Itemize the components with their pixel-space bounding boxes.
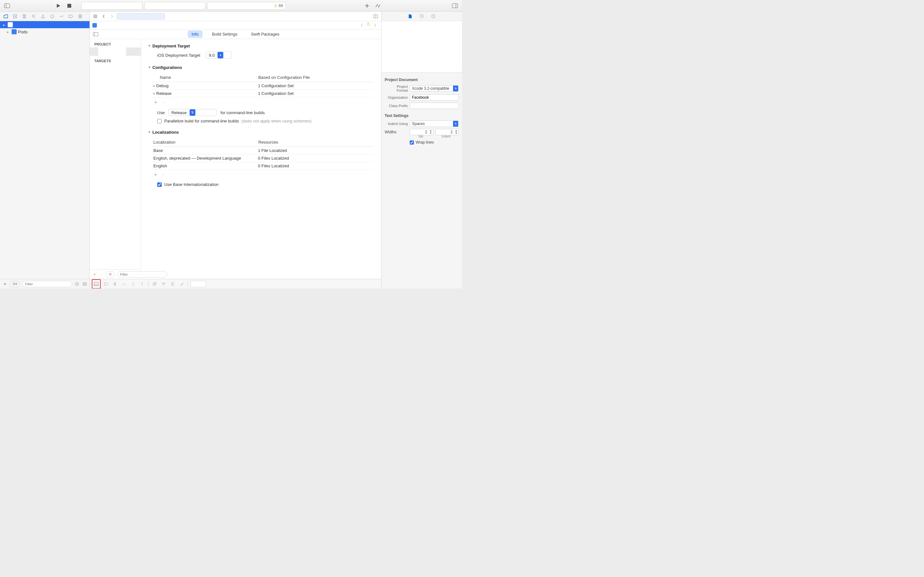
find-navigator-tab[interactable] xyxy=(29,13,38,20)
environment-overrides-icon[interactable] xyxy=(169,280,176,288)
scheme-selector[interactable] xyxy=(81,2,142,10)
add-file-button[interactable]: ＋ xyxy=(2,280,8,288)
config-row[interactable]: ▸Debug 1 Configuration Set xyxy=(152,82,373,90)
toggle-inspector-icon[interactable] xyxy=(451,2,459,10)
project-format-label: Project Format xyxy=(384,85,408,92)
symbol-navigator-tab[interactable] xyxy=(20,13,29,20)
targets-filter-scope[interactable]: ⊜ xyxy=(106,271,115,277)
localization-row[interactable]: Base 1 File Localized xyxy=(152,147,373,155)
svg-line-15 xyxy=(34,17,35,18)
pods-row[interactable]: ▸ Pods xyxy=(0,28,89,35)
project-root-row[interactable]: ▸ xyxy=(0,21,89,28)
warning-count[interactable]: 69 xyxy=(279,3,283,8)
code-review-icon[interactable] xyxy=(373,2,383,10)
navigator-tabs xyxy=(0,11,89,21)
ios-deployment-label: iOS Deployment Target xyxy=(157,53,202,58)
tab-width-stepper[interactable]: 2▲▼ xyxy=(410,129,433,135)
jump-bar[interactable]: ⚠︎ xyxy=(90,21,381,29)
file-inspector-tab[interactable] xyxy=(407,13,414,20)
tab-bar xyxy=(90,11,381,21)
svg-rect-27 xyxy=(95,15,97,16)
add-editor-icon[interactable] xyxy=(372,13,379,20)
active-tab[interactable] xyxy=(117,13,165,19)
debug-filter-input[interactable] xyxy=(191,281,206,287)
toggle-debug-area-button[interactable] xyxy=(92,279,101,289)
debug-navigator-tab[interactable] xyxy=(57,13,66,20)
svg-rect-26 xyxy=(94,15,95,16)
project-section-label: PROJECT xyxy=(90,39,141,47)
wrap-lines-label: Wrap lines xyxy=(416,140,434,145)
project-navigator-tab[interactable] xyxy=(2,13,10,20)
step-out-icon[interactable] xyxy=(139,280,145,288)
project-format-select[interactable]: Xcode 3.2-compatible⇅ xyxy=(410,85,459,92)
svg-text:?: ? xyxy=(433,15,434,18)
svg-rect-28 xyxy=(94,17,95,18)
jump-next-icon[interactable] xyxy=(372,21,379,29)
history-inspector-tab[interactable] xyxy=(418,13,425,20)
add-localization-button[interactable]: ＋ xyxy=(153,172,158,177)
cli-build-config-select[interactable]: Release ⇅ xyxy=(168,109,216,116)
class-prefix-input[interactable] xyxy=(410,103,459,109)
use-base-intl-checkbox[interactable] xyxy=(157,182,162,187)
memory-graph-icon[interactable] xyxy=(160,280,167,288)
report-navigator-tab[interactable] xyxy=(76,13,84,20)
remove-target-button[interactable]: － xyxy=(99,271,103,277)
jump-prev-icon[interactable] xyxy=(358,21,365,29)
toggle-targets-list-icon[interactable] xyxy=(90,32,102,36)
remove-localization-button[interactable]: － xyxy=(161,172,166,177)
remove-config-button[interactable]: － xyxy=(161,99,166,105)
tab-info[interactable]: Info xyxy=(188,31,202,38)
add-button[interactable] xyxy=(363,2,372,10)
project-tree[interactable]: ▸ ▸ Pods xyxy=(0,21,89,279)
debug-bar xyxy=(90,279,381,288)
inspector-panel: ? Project Document Project Format Xcode … xyxy=(381,11,462,288)
nav-back-button[interactable] xyxy=(100,13,107,20)
indent-using-select[interactable]: Spaces⇅ xyxy=(410,121,459,127)
view-debugger-icon[interactable] xyxy=(151,280,158,288)
run-button[interactable] xyxy=(54,2,63,10)
breakpoint-navigator-tab[interactable] xyxy=(67,13,75,20)
warning-icon[interactable]: ⚠︎ xyxy=(274,3,278,8)
config-row[interactable]: ▸Release 1 Configuration Set xyxy=(152,90,373,97)
continue-icon[interactable] xyxy=(111,280,119,288)
pods-label: Pods xyxy=(18,29,27,34)
navigator-filter-input[interactable] xyxy=(22,281,72,287)
stop-button[interactable] xyxy=(65,2,74,10)
localization-row[interactable]: English, deprecated — Development Langua… xyxy=(152,155,373,162)
source-control-navigator-tab[interactable] xyxy=(11,13,19,20)
nav-forward-button[interactable] xyxy=(108,13,115,20)
tab-swift-packages[interactable]: Swift Packages xyxy=(247,31,283,38)
related-items-icon[interactable] xyxy=(92,13,99,20)
indent-width-stepper[interactable]: 2▲▼ xyxy=(435,129,459,135)
test-navigator-tab[interactable] xyxy=(48,13,57,20)
breakpoints-toggle-icon[interactable] xyxy=(103,280,110,288)
step-over-icon[interactable] xyxy=(121,280,128,288)
tab-build-settings[interactable]: Build Settings xyxy=(208,31,242,38)
help-inspector-tab[interactable]: ? xyxy=(430,13,437,20)
organization-input[interactable] xyxy=(410,94,459,101)
issue-navigator-tab[interactable] xyxy=(39,13,47,20)
xcodeproj-icon xyxy=(11,29,17,34)
add-target-button[interactable]: ＋ xyxy=(92,271,97,277)
wrap-lines-checkbox[interactable] xyxy=(410,140,414,145)
parallelize-note: (does not apply when using schemes) xyxy=(242,119,312,123)
toggle-navigator-icon[interactable] xyxy=(3,2,11,10)
project-entry[interactable] xyxy=(90,47,141,56)
parallelize-checkbox[interactable] xyxy=(157,119,162,123)
add-config-button[interactable]: ＋ xyxy=(153,99,158,105)
ios-deployment-combo[interactable]: 9.0 ▾ xyxy=(206,52,232,59)
recent-files-icon[interactable] xyxy=(74,280,80,288)
run-destination-selector[interactable] xyxy=(144,2,205,10)
localizations-header: Localizations xyxy=(152,130,179,135)
scm-status-icon[interactable] xyxy=(82,280,87,288)
indent-using-label: Indent Using xyxy=(384,122,408,126)
filter-scope-button[interactable]: ⊜▾ xyxy=(10,281,20,287)
warning-icon[interactable]: ⚠︎ xyxy=(367,21,370,29)
project-editor-tabs: Info Build Settings Swift Packages xyxy=(90,29,381,39)
svg-rect-3 xyxy=(67,4,71,8)
svg-rect-6 xyxy=(452,3,458,8)
simulate-location-icon[interactable] xyxy=(178,280,185,288)
step-in-icon[interactable] xyxy=(129,280,137,288)
text-settings-header: Text Settings xyxy=(384,113,459,118)
localization-row[interactable]: English 0 Files Localized xyxy=(152,162,373,170)
